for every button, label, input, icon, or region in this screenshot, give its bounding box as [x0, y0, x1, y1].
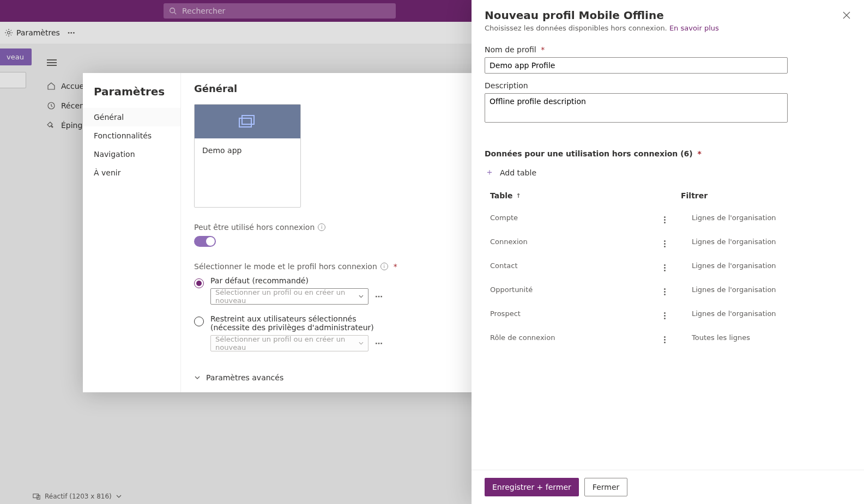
- nav-general[interactable]: Général: [83, 108, 180, 126]
- table-cell: Compte: [490, 214, 659, 222]
- save-close-button[interactable]: Enregistrer + fermer: [485, 478, 579, 496]
- profile-select-restricted: Sélectionner un profil ou en créer un no…: [210, 335, 368, 351]
- panel-title: Nouveau profil Mobile Offline: [485, 9, 664, 22]
- table-row[interactable]: ConnexionLignes de l'organisation: [485, 229, 851, 253]
- row-more-icon[interactable]: [659, 235, 670, 247]
- nav-navigation[interactable]: Navigation: [83, 145, 180, 163]
- app-card-name: Demo app: [202, 146, 241, 155]
- filter-cell: Lignes de l'organisation: [692, 238, 845, 246]
- profile-name-input[interactable]: [485, 57, 788, 74]
- app-thumbnail-icon: [238, 114, 257, 129]
- nav-coming[interactable]: À venir: [83, 163, 180, 182]
- data-section-heading: Données pour une utilisation hors connex…: [485, 149, 851, 158]
- row-more-icon[interactable]: [659, 307, 670, 319]
- info-icon[interactable]: i: [318, 223, 325, 231]
- table-cell: Opportunité: [490, 286, 659, 294]
- filter-cell: Lignes de l'organisation: [692, 309, 845, 318]
- tables-grid: Table↑ Filtrer CompteLignes de l'organis…: [485, 186, 851, 349]
- row-more-icon[interactable]: [659, 283, 670, 295]
- table-cell: Contact: [490, 262, 659, 270]
- chevron-down-icon: [359, 294, 364, 299]
- close-button[interactable]: Fermer: [584, 478, 627, 496]
- radio-restricted-input[interactable]: [194, 317, 204, 326]
- settings-title: Paramètres: [83, 83, 180, 108]
- add-table-button[interactable]: ＋ Add table: [485, 163, 851, 181]
- required-marker: *: [394, 262, 397, 271]
- profile-name-label: Nom de profil *: [485, 45, 851, 54]
- plus-icon: ＋: [485, 167, 494, 178]
- info-icon[interactable]: i: [380, 263, 388, 270]
- learn-more-link[interactable]: En savoir plus: [669, 24, 719, 32]
- filter-cell: Lignes de l'organisation: [692, 286, 845, 294]
- chevron-down-icon: [359, 341, 364, 346]
- table-row[interactable]: Rôle de connexionToutes les lignes: [485, 325, 851, 349]
- nav-features[interactable]: Fonctionnalités: [83, 126, 180, 145]
- col-table-header[interactable]: Table↑: [490, 191, 659, 200]
- table-row[interactable]: ProspectLignes de l'organisation: [485, 301, 851, 325]
- table-row[interactable]: OpportunitéLignes de l'organisation: [485, 277, 851, 301]
- app-card-thumbnail: [195, 105, 300, 138]
- filter-cell: Lignes de l'organisation: [692, 214, 845, 222]
- row-more-icon[interactable]: [659, 259, 670, 271]
- panel-subtitle: Choisissez les données disponibles hors …: [485, 24, 851, 32]
- settings-nav: Paramètres Général Fonctionnalités Navig…: [83, 73, 181, 392]
- filter-cell: Lignes de l'organisation: [692, 262, 845, 270]
- more-options-icon[interactable]: ⋯: [375, 339, 383, 348]
- col-filter-header[interactable]: Filtrer: [681, 191, 845, 200]
- row-more-icon[interactable]: [659, 211, 670, 223]
- svg-rect-4: [242, 116, 254, 124]
- row-more-icon[interactable]: [659, 331, 670, 343]
- table-cell: Rôle de connexion: [490, 333, 659, 342]
- panel-footer: Enregistrer + fermer Fermer: [472, 470, 864, 504]
- table-cell: Connexion: [490, 238, 659, 246]
- profile-select-default[interactable]: Sélectionner un profil ou en créer un no…: [210, 288, 368, 305]
- chevron-down-icon: [194, 374, 201, 381]
- more-options-icon[interactable]: ⋯: [375, 292, 383, 301]
- table-row[interactable]: CompteLignes de l'organisation: [485, 205, 851, 229]
- sort-asc-icon: ↑: [516, 192, 521, 199]
- radio-default-input[interactable]: [194, 278, 204, 288]
- grid-header: Table↑ Filtrer: [485, 186, 851, 205]
- offline-profile-panel: Nouveau profil Mobile Offline Choisissez…: [472, 0, 864, 504]
- description-label: Description: [485, 81, 851, 90]
- svg-rect-5: [239, 118, 251, 127]
- offline-toggle[interactable]: [194, 236, 216, 247]
- filter-cell: Toutes les lignes: [692, 333, 845, 342]
- table-row[interactable]: ContactLignes de l'organisation: [485, 253, 851, 277]
- app-card[interactable]: Demo app: [194, 104, 301, 208]
- description-input[interactable]: [485, 93, 788, 123]
- table-cell: Prospect: [490, 309, 659, 318]
- close-icon[interactable]: [842, 11, 851, 20]
